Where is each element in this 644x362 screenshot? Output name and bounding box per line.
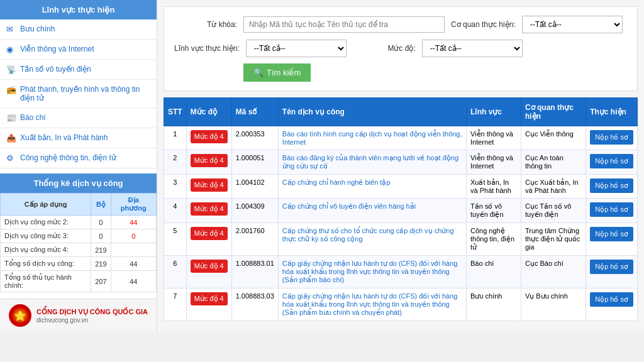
linh-vuc-select[interactable]: --Tất cả-- xyxy=(246,40,347,57)
stats-dp-2 xyxy=(111,243,156,257)
cell-co-quan: Cục Báo chí xyxy=(521,256,586,288)
sidebar-label-cong-nghe: Công nghệ thông tin, điện tử xyxy=(20,153,116,162)
ten-link[interactable]: Cấp chứng chỉ hành nghề biên tập xyxy=(282,178,391,186)
nop-ho-so-button[interactable]: Nộp hồ sơ xyxy=(590,260,633,274)
co-quan-select[interactable]: --Tất cả-- xyxy=(522,16,623,33)
cell-stt: 7 xyxy=(164,288,187,321)
cell-stt: 3 xyxy=(164,175,187,199)
stats-dp-0: 44 xyxy=(111,216,156,229)
stats-dp-4: 44 xyxy=(111,271,156,292)
col-linh-vuc: Lĩnh vực xyxy=(467,98,521,126)
muc-do-badge: Mức độ 4 xyxy=(191,130,228,143)
sidebar-label-phat-thanh: Phát thanh, truyền hình và thông tin điệ… xyxy=(20,85,150,102)
ten-link[interactable]: Cấp giấy chứng nhận lưu hành tự do (CFS)… xyxy=(282,292,458,316)
sidebar-item-buu-chinh[interactable]: ✉ Bưu chính xyxy=(0,19,157,40)
stats-label-4: Tổng số thủ tục hành chính: xyxy=(1,271,91,292)
search-row-1: Từ khóa: Cơ quan thực hiện: --Tất cả-- xyxy=(174,16,627,33)
muc-do-select[interactable]: --Tất cả-- xyxy=(422,40,523,57)
tu-khoa-input[interactable] xyxy=(243,16,445,33)
sidebar-linh-vuc-header: Lĩnh vực thực hiện xyxy=(0,0,157,19)
nop-ho-so-button[interactable]: Nộp hồ sơ xyxy=(590,178,633,193)
cell-co-quan: Cục Xuất bản, In và Phát hành xyxy=(521,175,586,199)
sidebar-footer: ⭐ CỔNG DỊCH VỤ CÔNG QUỐC GIA dichvucong.… xyxy=(0,299,157,332)
search-icon: 🔍 xyxy=(253,68,264,77)
cell-co-quan: Cục An toàn thông tin xyxy=(521,150,586,175)
tv-icon: 📻 xyxy=(6,85,16,94)
search-button[interactable]: 🔍 Tìm kiếm xyxy=(243,63,311,82)
stats-row-0: Dịch vụ công mức 2: 0 44 xyxy=(1,216,157,229)
muc-do-badge: Mức độ 4 xyxy=(191,292,228,305)
sidebar-item-xuat-ban[interactable]: 📤 Xuất bản, In và Phát hành xyxy=(0,128,157,148)
cell-linh-vuc: Viễn thông và Internet xyxy=(467,126,521,150)
ten-link[interactable]: Cấp giấy chứng nhận lưu hành tự do (CFS)… xyxy=(282,260,458,283)
sidebar: Lĩnh vực thực hiện ✉ Bưu chính ◉ Viễn th… xyxy=(0,0,157,332)
cell-linh-vuc: Bưu chính xyxy=(467,288,521,321)
cell-co-quan: Vụ Bưu chính xyxy=(521,288,586,321)
stats-bo-4: 207 xyxy=(91,271,111,292)
cell-linh-vuc: Báo chí xyxy=(467,256,521,288)
stats-label-3: Tổng số dịch vụ công: xyxy=(1,257,91,271)
cell-muc-do: Mức độ 4 xyxy=(186,150,231,175)
nop-ho-so-button[interactable]: Nộp hồ sơ xyxy=(590,154,633,168)
publish-icon: 📤 xyxy=(6,133,16,143)
stats-bo-0: 0 xyxy=(91,216,111,229)
stats-label-1: Dịch vụ công mức 3: xyxy=(1,229,91,243)
table-row: 7 Mức độ 4 1.008883.03 Cấp giấy chứng nh… xyxy=(164,288,638,321)
stats-dp-1: 0 xyxy=(111,229,156,243)
cell-ten: Cấp giấy chứng nhận lưu hành tự do (CFS)… xyxy=(278,256,466,288)
ten-link[interactable]: Cấp chứng chỉ vô tuyến điện viên hàng hả… xyxy=(282,202,416,210)
nop-ho-so-button[interactable]: Nộp hồ sơ xyxy=(590,227,633,241)
wifi-icon: ◉ xyxy=(6,45,16,54)
ten-link[interactable]: Cấp chứng thư số cho tổ chức cung cấp dị… xyxy=(282,227,454,243)
cell-muc-do: Mức độ 4 xyxy=(186,288,231,321)
cell-muc-do: Mức độ 4 xyxy=(186,175,231,199)
table-row: 1 Mức độ 4 2.000353 Báo cáo tình hình cu… xyxy=(164,126,638,150)
stats-label-0: Dịch vụ công mức 2: xyxy=(1,216,91,229)
stats-dp-3: 44 xyxy=(111,257,156,271)
table-row: 3 Mức độ 4 1.004102 Cấp chứng chỉ hành n… xyxy=(164,175,638,199)
nop-ho-so-button[interactable]: Nộp hồ sơ xyxy=(590,292,633,307)
cell-ten: Cấp chứng thư số cho tổ chức cung cấp dị… xyxy=(278,223,466,256)
sidebar-label-vien-thong: Viễn thông và Internet xyxy=(20,45,94,53)
sidebar-item-tan-so[interactable]: 📡 Tần số vô tuyến điện xyxy=(0,60,157,80)
logo-area: ⭐ CỔNG DỊCH VỤ CÔNG QUỐC GIA dichvucong.… xyxy=(9,304,148,327)
muc-do-badge: Mức độ 4 xyxy=(191,178,228,192)
stats-col-bo: Bộ xyxy=(91,194,111,216)
sidebar-item-cong-nghe[interactable]: ⚙ Công nghệ thông tin, điện tử xyxy=(0,148,157,168)
cell-co-quan: Cục Tần số vô tuyến điện xyxy=(521,199,586,223)
cell-muc-do: Mức độ 4 xyxy=(186,256,231,288)
stats-col-cap: Cấp áp dụng xyxy=(1,194,91,216)
cell-ten: Cấp chứng chỉ vô tuyến điện viên hàng hả… xyxy=(278,199,466,223)
cell-stt: 1 xyxy=(164,126,187,150)
nop-ho-so-button[interactable]: Nộp hồ sơ xyxy=(590,130,633,145)
nop-ho-so-button[interactable]: Nộp hồ sơ xyxy=(590,202,633,217)
col-ten: Tên dịch vụ công xyxy=(278,98,466,126)
col-ma-so: Mã số xyxy=(231,98,278,126)
cell-muc-do: Mức độ 4 xyxy=(186,126,231,150)
ten-link[interactable]: Báo cáo đăng ký của thành viên mạng lưới… xyxy=(282,154,458,170)
cell-linh-vuc: Xuất bản, In và Phát hành xyxy=(467,175,521,199)
cell-thuc-hien: Nộp hồ sơ xyxy=(586,126,638,150)
ten-link[interactable]: Báo cáo tình hình cung cấp dịch vụ hoạt … xyxy=(282,130,462,146)
linh-vuc-label: Lĩnh vực thực hiện: xyxy=(174,44,240,53)
gov-logo-icon: ⭐ xyxy=(9,304,31,327)
cell-linh-vuc: Viễn thông và Internet xyxy=(467,150,521,175)
cell-muc-do: Mức độ 4 xyxy=(186,223,231,256)
stats-row-2: Dịch vụ công mức 4: 219 xyxy=(1,243,157,257)
cell-co-quan: Cục Viễn thông xyxy=(521,126,586,150)
sidebar-item-vien-thong[interactable]: ◉ Viễn thông và Internet xyxy=(0,40,157,60)
co-quan-label: Cơ quan thực hiện: xyxy=(451,20,516,29)
cell-thuc-hien: Nộp hồ sơ xyxy=(586,175,638,199)
sidebar-item-phat-thanh[interactable]: 📻 Phát thanh, truyền hình và thông tin đ… xyxy=(0,80,157,108)
table-row: 2 Mức độ 4 1.000051 Báo cáo đăng ký của … xyxy=(164,150,638,175)
sidebar-label-tan-so: Tần số vô tuyến điện xyxy=(20,65,91,74)
stats-row-3: Tổng số dịch vụ công: 219 44 xyxy=(1,257,157,271)
sidebar-item-bao-chi[interactable]: 📰 Báo chí xyxy=(0,108,157,128)
cell-thuc-hien: Nộp hồ sơ xyxy=(586,256,638,288)
cell-ma-so: 1.004102 xyxy=(231,175,278,199)
col-stt: STT xyxy=(164,98,187,126)
stats-row-1: Dịch vụ công mức 3: 0 0 xyxy=(1,229,157,243)
cell-ma-so: 1.004309 xyxy=(231,199,278,223)
col-thuc-hien: Thực hiện xyxy=(586,98,638,126)
cell-ten: Báo cáo đăng ký của thành viên mạng lưới… xyxy=(278,150,466,175)
